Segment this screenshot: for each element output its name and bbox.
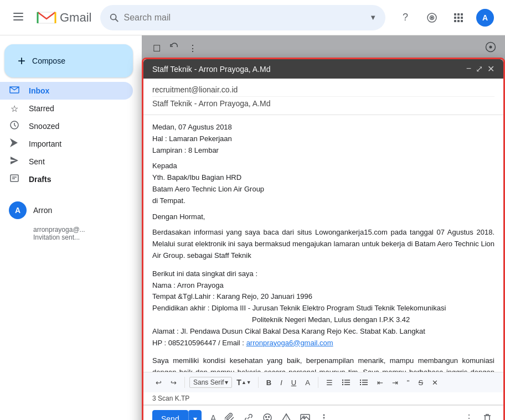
svg-rect-7	[457, 13, 460, 15]
svg-rect-1	[13, 16, 23, 17]
user-account[interactable]: A Arron	[0, 197, 142, 224]
user-email: arronprayoga@... Invitation sent...	[0, 224, 142, 243]
email-line: Dengan Hormat,	[152, 211, 494, 223]
star-icon: ☆	[9, 103, 20, 114]
email-link[interactable]: arronprayoga6@gmail.com	[246, 339, 333, 347]
email-line: Lampiran : 8 Lembar	[152, 145, 494, 157]
emoji-button[interactable]	[260, 411, 275, 420]
sent-label: Sent	[29, 157, 124, 166]
sidebar-item-sent[interactable]: Sent	[0, 153, 133, 170]
svg-rect-8	[461, 13, 463, 15]
svg-rect-9	[454, 17, 456, 19]
settings-button[interactable]	[421, 7, 443, 29]
help-button[interactable]: ?	[394, 7, 416, 29]
modal-expand-button[interactable]: ⤢	[476, 64, 483, 74]
gmail-text: Gmail	[60, 11, 91, 25]
email-area: ☐ ⋮ ☆ 1:30 AM ☆ Jul 13	[142, 35, 505, 420]
indent-increase-button[interactable]: ⇥	[389, 376, 401, 389]
email-line-hp: HP : 085210596447 / Email : arronprayoga…	[152, 338, 494, 349]
user-info: Arron	[33, 206, 52, 215]
modal-header: Staff Teknik - Arron Prayoga, A.Md − ⤢ ✕	[143, 59, 503, 79]
starred-label: Starred	[29, 104, 124, 113]
sidebar-item-drafts[interactable]: Drafts	[0, 170, 133, 188]
snoozed-label: Snoozed	[29, 122, 124, 131]
more-footer-button[interactable]: ⋮	[462, 411, 476, 420]
send-caret-button[interactable]: ▾	[188, 410, 202, 420]
font-size-button[interactable]: T▲▼	[234, 377, 253, 388]
redo-button[interactable]: ↪	[167, 376, 180, 389]
modal-header-actions: − ⤢ ✕	[466, 64, 494, 74]
modal-body: Medan, 07 Agustus 2018 Hal : Lamaran Pek…	[143, 115, 503, 372]
sidebar-item-inbox[interactable]: Inbox	[0, 82, 133, 100]
sidebar-item-important[interactable]: Important	[0, 135, 133, 153]
user-avatar-small: A	[9, 201, 27, 219]
italic-button[interactable]: I	[277, 376, 286, 389]
user-avatar: A	[476, 9, 494, 27]
email-modal: Staff Teknik - Arron Prayoga, A.Md − ⤢ ✕…	[142, 58, 505, 420]
apps-button[interactable]	[447, 7, 470, 29]
text-color-button[interactable]: A	[302, 376, 313, 389]
quote-button[interactable]: "	[404, 376, 413, 389]
avatar-button[interactable]: A	[474, 7, 496, 29]
footer-icons: A	[208, 411, 332, 420]
top-icons: ? A	[394, 7, 496, 29]
snoozed-icon	[9, 120, 20, 132]
svg-rect-13	[457, 20, 460, 22]
send-button[interactable]: Send	[152, 410, 188, 420]
delete-draft-button[interactable]	[480, 411, 494, 420]
sent-icon	[9, 155, 20, 168]
undo-button[interactable]: ↩	[152, 376, 165, 389]
modal-footer: Send ▾ A	[143, 405, 503, 420]
svg-rect-30	[360, 384, 361, 385]
drive-button[interactable]	[279, 411, 293, 420]
subject-field: Staff Teknik - Arron Prayoga, A.Md	[152, 97, 494, 110]
svg-rect-14	[461, 20, 463, 22]
menu-icon[interactable]	[9, 7, 28, 28]
font-selector[interactable]: Sans Serif ▾	[189, 377, 232, 388]
link-button[interactable]	[241, 411, 256, 420]
email-paragraph: Saya memiliki kondisi kesehatan yang bai…	[152, 355, 494, 372]
modal-minimize-button[interactable]: −	[466, 64, 471, 74]
important-label: Important	[29, 139, 124, 148]
drafts-icon	[9, 173, 20, 185]
drafts-label: Drafts	[29, 175, 124, 184]
email-line: Alamat : Jl. Pendawa Dusun Cikal Bakal D…	[152, 326, 494, 338]
modal-close-button[interactable]: ✕	[487, 64, 494, 74]
photo-button[interactable]	[298, 411, 312, 420]
search-bar[interactable]: ▼	[100, 5, 385, 30]
svg-rect-12	[454, 20, 456, 22]
svg-rect-0	[13, 13, 23, 14]
svg-point-23	[342, 382, 343, 383]
more-options-footer-button[interactable]	[317, 411, 331, 420]
underline-button[interactable]: U	[288, 376, 300, 389]
search-dropdown-icon[interactable]: ▼	[369, 13, 377, 22]
sidebar-item-starred[interactable]: ☆ Starred	[0, 100, 133, 117]
toolbar-separator	[258, 377, 259, 388]
attach-button[interactable]	[223, 411, 237, 420]
top-bar: Gmail ▼ ?	[0, 0, 505, 35]
email-line: Tempat &Tgl.Lahir : Karang Rejo, 20 Janu…	[152, 291, 494, 303]
bullets-unordered-button[interactable]	[356, 376, 372, 389]
svg-marker-16	[10, 138, 18, 147]
svg-line-4	[116, 19, 118, 22]
email-paragraph: Berdasakan informasi yang saya baca dari…	[152, 227, 494, 261]
svg-point-24	[342, 384, 343, 385]
align-button[interactable]: ☰	[323, 376, 336, 389]
svg-rect-2	[13, 19, 23, 20]
sidebar-item-snoozed[interactable]: Snoozed	[0, 117, 133, 135]
modal-fields: recruitment@lionair.co.id Staff Teknik -…	[143, 79, 503, 115]
bullets-ordered-button[interactable]	[338, 376, 354, 389]
email-line: Berikut ini data singkat diri saya :	[152, 268, 494, 280]
scan-label: 3 Scan K.TP	[143, 392, 503, 405]
email-line: Nama : Arron Prayoga	[152, 280, 494, 292]
format-text-button[interactable]: A	[208, 412, 219, 420]
indent-decrease-button[interactable]: ⇤	[374, 376, 387, 389]
compose-button[interactable]: + Compose	[4, 44, 133, 77]
bold-button[interactable]: B	[263, 376, 275, 389]
gmail-logo: Gmail	[37, 10, 91, 25]
svg-rect-10	[457, 17, 460, 19]
remove-format-button[interactable]: ✕	[429, 376, 441, 389]
modal-overlay: Staff Teknik - Arron Prayoga, A.Md − ⤢ ✕…	[142, 35, 505, 420]
search-input[interactable]	[124, 13, 365, 23]
strikethrough-button[interactable]: S	[415, 376, 426, 389]
